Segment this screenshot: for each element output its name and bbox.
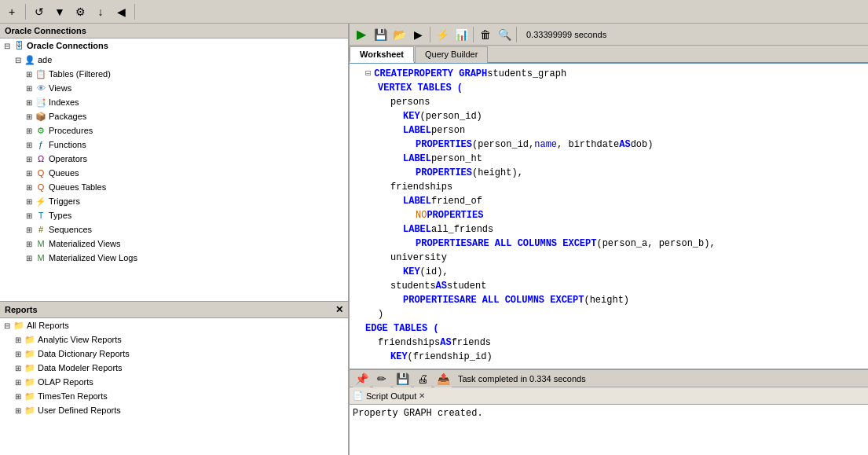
code-line-19: friendships AS friends bbox=[353, 336, 865, 350]
tree-item-ade[interactable]: ⊟👤ade bbox=[0, 53, 348, 67]
clear-button[interactable]: 🗑 bbox=[477, 26, 494, 43]
reports-item-user_def[interactable]: ⊞📁User Defined Reports bbox=[0, 403, 348, 417]
tree-item-indexes[interactable]: ⊞📑Indexes bbox=[0, 95, 348, 109]
reports-expand-data_modeler[interactable]: ⊞ bbox=[13, 362, 24, 373]
tree-item-procedures[interactable]: ⊞⚙Procedures bbox=[0, 123, 348, 138]
export-button[interactable]: ↓ bbox=[92, 3, 109, 20]
tree-item-functions[interactable]: ⊞ƒFunctions bbox=[0, 138, 348, 152]
code-token: friend_of bbox=[431, 194, 482, 208]
reports-expand-user_def[interactable]: ⊞ bbox=[13, 405, 24, 416]
reports-close-button[interactable]: ✕ bbox=[335, 304, 343, 315]
expand-icon-mat_view_logs[interactable]: ⊞ bbox=[24, 252, 35, 263]
tree-item-types[interactable]: ⊞TTypes bbox=[0, 208, 348, 222]
execute-button[interactable]: ▶ bbox=[409, 26, 427, 43]
tree-node-icon-ade: 👤 bbox=[24, 53, 36, 66]
tree-node-icon-indexes: 📑 bbox=[35, 96, 47, 108]
tree-item-sequences[interactable]: ⊞#Sequences bbox=[0, 222, 348, 237]
script-output-tab[interactable]: 📄 Script Output ✕ bbox=[353, 391, 425, 401]
expand-icon-procedures[interactable]: ⊞ bbox=[24, 125, 35, 136]
expand-icon-packages[interactable]: ⊞ bbox=[24, 111, 35, 122]
connections-panel: Oracle Connections ⊟🗄Oracle Connections⊟… bbox=[0, 24, 348, 302]
tree-item-queues[interactable]: ⊞QQueues bbox=[0, 166, 348, 180]
reports-item-data_dict[interactable]: ⊞📁Data Dictionary Reports bbox=[0, 347, 348, 361]
tab-worksheet[interactable]: Worksheet bbox=[350, 46, 414, 63]
reports-expand-analytic_view[interactable]: ⊞ bbox=[13, 334, 24, 345]
tree-item-root[interactable]: ⊟🗄Oracle Connections bbox=[0, 39, 348, 53]
expand-icon-operators[interactable]: ⊞ bbox=[24, 153, 35, 164]
reports-item-olap[interactable]: ⊞📁OLAP Reports bbox=[0, 375, 348, 389]
code-token: PROPERTY GRAPH bbox=[408, 67, 487, 81]
expand-icon-root[interactable]: ⊟ bbox=[2, 40, 13, 51]
connections-title: Oracle Connections bbox=[5, 26, 86, 35]
reports-item-timesten[interactable]: ⊞📁TimesTen Reports bbox=[0, 389, 348, 403]
pin-icon[interactable]: 📌 bbox=[353, 370, 370, 387]
explain-button[interactable]: ⚡ bbox=[434, 26, 451, 43]
code-token: all_friends bbox=[431, 222, 493, 237]
find-button[interactable]: 🔍 bbox=[496, 26, 513, 43]
reports-expand-data_dict[interactable]: ⊞ bbox=[13, 348, 24, 359]
divider-2 bbox=[134, 4, 135, 20]
tree-item-queues_tables[interactable]: ⊞QQueues Tables bbox=[0, 180, 348, 194]
open-button[interactable]: 📂 bbox=[390, 26, 408, 43]
tab-query-builder[interactable]: Query Builder bbox=[415, 46, 488, 63]
code-token: ARE ALL COLUMNS EXCEPT bbox=[460, 293, 584, 307]
divider-1 bbox=[25, 4, 26, 20]
tree-item-mat_views[interactable]: ⊞MMaterialized Views bbox=[0, 237, 348, 251]
add-button[interactable]: + bbox=[3, 3, 20, 20]
edit-icon[interactable]: ✏ bbox=[373, 370, 390, 387]
collapse-icon[interactable]: ⊟ bbox=[365, 67, 371, 81]
reports-expand-timesten[interactable]: ⊞ bbox=[13, 391, 24, 402]
code-token: (person_a, person_b), bbox=[596, 237, 715, 251]
run-button[interactable]: ▶ bbox=[353, 26, 370, 43]
refresh-button[interactable]: ↺ bbox=[31, 3, 48, 20]
code-token: students bbox=[390, 279, 436, 293]
tree-label-functions: Functions bbox=[49, 140, 86, 149]
expand-icon-queues_tables[interactable]: ⊞ bbox=[24, 182, 35, 193]
expand-icon-indexes[interactable]: ⊞ bbox=[24, 97, 35, 108]
tree-item-views[interactable]: ⊞👁Views bbox=[0, 81, 348, 95]
tree-item-tables[interactable]: ⊞📋Tables (Filtered) bbox=[0, 67, 348, 81]
reports-expand-all_reports[interactable]: ⊟ bbox=[2, 320, 13, 331]
script-output-close[interactable]: ✕ bbox=[419, 391, 425, 400]
code-token: NO bbox=[416, 208, 427, 222]
expand-icon-ade[interactable]: ⊟ bbox=[13, 54, 24, 65]
expand-icon-sequences[interactable]: ⊞ bbox=[24, 224, 35, 235]
bottom-content: Property GRAPH created. bbox=[350, 405, 868, 455]
expand-icon-functions[interactable]: ⊞ bbox=[24, 139, 35, 150]
tree-label-tables: Tables (Filtered) bbox=[49, 69, 111, 79]
code-token: LABEL bbox=[403, 194, 431, 208]
script-output-label: Script Output bbox=[366, 391, 416, 401]
expand-icon-queues[interactable]: ⊞ bbox=[24, 167, 35, 178]
reports-expand-olap[interactable]: ⊞ bbox=[13, 376, 24, 387]
print-icon[interactable]: 🖨 bbox=[414, 370, 431, 387]
expand-icon-triggers[interactable]: ⊞ bbox=[24, 196, 35, 207]
tree-node-icon-mat_view_logs: M bbox=[35, 251, 47, 264]
expand-icon-types[interactable]: ⊞ bbox=[24, 210, 35, 221]
code-token: KEY bbox=[403, 265, 420, 279]
tree-item-mat_view_logs[interactable]: ⊞MMaterialized View Logs bbox=[0, 251, 348, 265]
save-button[interactable]: 💾 bbox=[372, 26, 389, 43]
tree-item-triggers[interactable]: ⊞⚡Triggers bbox=[0, 194, 348, 208]
code-line-11: LABEL all_friends bbox=[353, 222, 865, 237]
reports-panel: Reports ✕ ⊟📁All Reports⊞📁Analytic View R… bbox=[0, 302, 348, 455]
export-icon[interactable]: 📤 bbox=[434, 370, 452, 387]
code-area[interactable]: ⊟CREATE PROPERTY GRAPH students_graphVER… bbox=[350, 64, 868, 369]
filter-button[interactable]: ▼ bbox=[51, 3, 68, 20]
nav-button[interactable]: ◀ bbox=[112, 3, 130, 20]
autotrace-button[interactable]: 📊 bbox=[452, 26, 470, 43]
code-line-12: PROPERTIES ARE ALL COLUMNS EXCEPT (perso… bbox=[353, 237, 865, 251]
tree-item-packages[interactable]: ⊞📦Packages bbox=[0, 109, 348, 123]
reports-item-data_modeler[interactable]: ⊞📁Data Modeler Reports bbox=[0, 361, 348, 375]
expand-icon-tables[interactable]: ⊞ bbox=[24, 68, 35, 79]
code-token: university bbox=[390, 251, 447, 265]
tree-label-views: Views bbox=[49, 83, 71, 93]
tree-item-operators[interactable]: ⊞ΩOperators bbox=[0, 152, 348, 166]
reports-item-analytic_view[interactable]: ⊞📁Analytic View Reports bbox=[0, 332, 348, 347]
output-text: Property GRAPH created. bbox=[353, 408, 483, 419]
reports-item-all_reports[interactable]: ⊟📁All Reports bbox=[0, 318, 348, 332]
expand-icon-views[interactable]: ⊞ bbox=[24, 83, 35, 94]
save-icon[interactable]: 💾 bbox=[394, 370, 411, 387]
settings-button[interactable]: ⚙ bbox=[71, 3, 89, 20]
reports-icon-all_reports: 📁 bbox=[13, 319, 25, 332]
expand-icon-mat_views[interactable]: ⊞ bbox=[24, 238, 35, 249]
